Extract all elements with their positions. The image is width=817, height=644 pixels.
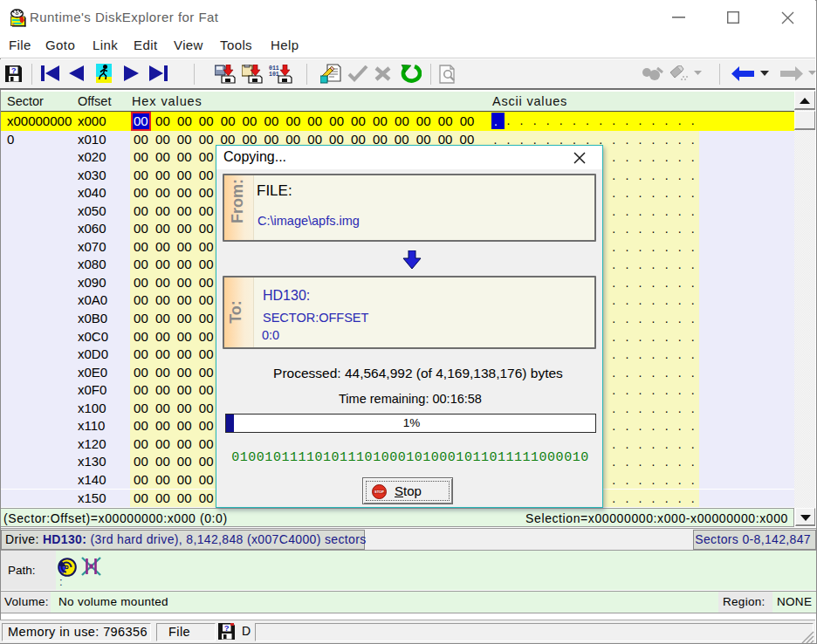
svg-text:011: 011 <box>269 65 279 72</box>
svg-text:?: ? <box>224 623 230 633</box>
svg-text:101: 101 <box>269 72 279 78</box>
svg-text:STOP: STOP <box>374 490 384 494</box>
svg-text:?: ? <box>11 65 17 75</box>
